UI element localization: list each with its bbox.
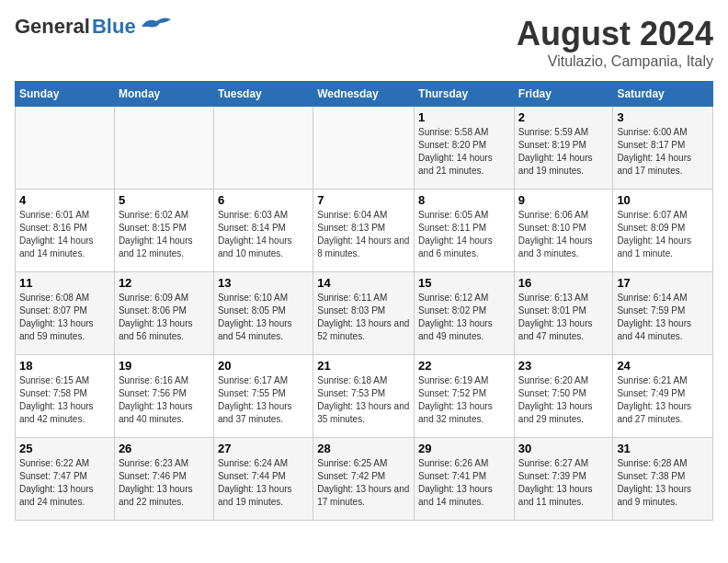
day-info: Sunrise: 6:07 AMSunset: 8:09 PMDaylight:… [617,210,691,259]
day-info: Sunrise: 6:22 AMSunset: 7:47 PMDaylight:… [19,458,94,507]
calendar-cell: 13 Sunrise: 6:10 AMSunset: 8:05 PMDaylig… [213,272,313,355]
calendar-week-row: 1 Sunrise: 5:58 AMSunset: 8:20 PMDayligh… [16,107,713,190]
day-info: Sunrise: 6:24 AMSunset: 7:44 PMDaylight:… [218,458,292,507]
calendar-cell: 12 Sunrise: 6:09 AMSunset: 8:06 PMDaylig… [114,272,213,355]
day-number: 14 [317,276,410,290]
calendar-cell: 21 Sunrise: 6:18 AMSunset: 7:53 PMDaylig… [313,355,415,438]
weekday-header-row: SundayMondayTuesdayWednesdayThursdayFrid… [16,82,713,107]
calendar-cell: 16 Sunrise: 6:13 AMSunset: 8:01 PMDaylig… [514,272,613,355]
day-info: Sunrise: 6:16 AMSunset: 7:56 PMDaylight:… [119,375,193,424]
day-info: Sunrise: 6:13 AMSunset: 8:01 PMDaylight:… [518,293,593,341]
day-info: Sunrise: 6:10 AMSunset: 8:05 PMDaylight:… [218,293,292,341]
calendar-cell [313,107,415,190]
day-number: 9 [518,193,609,207]
day-number: 21 [317,359,410,373]
day-info: Sunrise: 6:14 AMSunset: 7:59 PMDaylight:… [617,293,691,341]
day-number: 6 [218,193,309,207]
day-number: 29 [418,442,510,455]
day-number: 31 [617,442,709,455]
calendar-cell: 14 Sunrise: 6:11 AMSunset: 8:03 PMDaylig… [313,272,415,355]
day-info: Sunrise: 6:19 AMSunset: 7:52 PMDaylight:… [418,375,493,424]
day-number: 7 [317,193,410,207]
calendar-week-row: 18 Sunrise: 6:15 AMSunset: 7:58 PMDaylig… [16,355,713,438]
day-info: Sunrise: 6:12 AMSunset: 8:02 PMDaylight:… [418,293,493,341]
day-info: Sunrise: 6:05 AMSunset: 8:11 PMDaylight:… [418,210,493,259]
day-info: Sunrise: 6:26 AMSunset: 7:41 PMDaylight:… [418,458,493,507]
calendar-cell: 18 Sunrise: 6:15 AMSunset: 7:58 PMDaylig… [16,355,115,438]
day-number: 26 [119,442,210,455]
logo-bird-icon [140,14,173,32]
day-info: Sunrise: 6:17 AMSunset: 7:55 PMDaylight:… [218,375,292,424]
weekday-header: Wednesday [313,82,415,107]
calendar-cell: 23 Sunrise: 6:20 AMSunset: 7:50 PMDaylig… [514,355,613,438]
calendar-cell: 2 Sunrise: 5:59 AMSunset: 8:19 PMDayligh… [514,107,613,190]
weekday-header: Thursday [415,82,515,107]
day-number: 2 [518,110,609,124]
weekday-header: Sunday [16,82,115,107]
calendar-cell: 10 Sunrise: 6:07 AMSunset: 8:09 PMDaylig… [613,190,713,272]
logo-blue: Blue [92,15,136,39]
calendar-cell: 15 Sunrise: 6:12 AMSunset: 8:02 PMDaylig… [415,272,515,355]
logo-general: General [15,15,90,39]
day-info: Sunrise: 6:02 AMSunset: 8:15 PMDaylight:… [119,210,193,259]
calendar-cell [16,107,115,190]
calendar-cell [213,107,313,190]
calendar-cell: 4 Sunrise: 6:01 AMSunset: 8:16 PMDayligh… [16,190,115,272]
weekday-header: Saturday [613,82,713,107]
day-info: Sunrise: 6:11 AMSunset: 8:03 PMDaylight:… [317,293,409,341]
day-number: 30 [518,442,609,455]
calendar-cell: 22 Sunrise: 6:19 AMSunset: 7:52 PMDaylig… [415,355,515,438]
calendar-cell: 28 Sunrise: 6:25 AMSunset: 7:42 PMDaylig… [313,438,415,521]
calendar-cell: 25 Sunrise: 6:22 AMSunset: 7:47 PMDaylig… [16,438,115,521]
day-number: 22 [418,359,510,373]
day-number: 17 [617,276,709,290]
day-info: Sunrise: 6:21 AMSunset: 7:49 PMDaylight:… [617,375,691,424]
day-number: 25 [19,442,110,455]
day-number: 5 [119,193,210,207]
calendar-cell: 17 Sunrise: 6:14 AMSunset: 7:59 PMDaylig… [613,272,713,355]
month-title: August 2024 [517,15,713,53]
calendar-cell: 9 Sunrise: 6:06 AMSunset: 8:10 PMDayligh… [514,190,613,272]
day-number: 12 [119,276,210,290]
calendar-cell: 27 Sunrise: 6:24 AMSunset: 7:44 PMDaylig… [213,438,313,521]
calendar-cell: 11 Sunrise: 6:08 AMSunset: 8:07 PMDaylig… [16,272,115,355]
day-info: Sunrise: 6:27 AMSunset: 7:39 PMDaylight:… [518,458,593,507]
calendar-cell: 30 Sunrise: 6:27 AMSunset: 7:39 PMDaylig… [514,438,613,521]
calendar-cell: 29 Sunrise: 6:26 AMSunset: 7:41 PMDaylig… [415,438,515,521]
weekday-header: Monday [114,82,213,107]
day-number: 8 [418,193,510,207]
calendar-cell: 26 Sunrise: 6:23 AMSunset: 7:46 PMDaylig… [114,438,213,521]
day-info: Sunrise: 5:58 AMSunset: 8:20 PMDaylight:… [418,127,493,176]
location-title: Vitulazio, Campania, Italy [517,53,713,70]
calendar-cell: 3 Sunrise: 6:00 AMSunset: 8:17 PMDayligh… [613,107,713,190]
page-header: General Blue August 2024 Vitulazio, Camp… [15,15,713,70]
calendar-week-row: 25 Sunrise: 6:22 AMSunset: 7:47 PMDaylig… [16,438,713,521]
calendar-cell: 31 Sunrise: 6:28 AMSunset: 7:38 PMDaylig… [613,438,713,521]
logo: General Blue [15,15,173,39]
calendar-cell: 19 Sunrise: 6:16 AMSunset: 7:56 PMDaylig… [114,355,213,438]
day-number: 10 [617,193,709,207]
day-number: 3 [617,110,709,124]
calendar-cell: 20 Sunrise: 6:17 AMSunset: 7:55 PMDaylig… [213,355,313,438]
calendar-cell: 6 Sunrise: 6:03 AMSunset: 8:14 PMDayligh… [213,190,313,272]
day-info: Sunrise: 6:08 AMSunset: 8:07 PMDaylight:… [19,293,94,341]
weekday-header: Friday [514,82,613,107]
calendar-cell: 5 Sunrise: 6:02 AMSunset: 8:15 PMDayligh… [114,190,213,272]
weekday-header: Tuesday [213,82,313,107]
day-number: 4 [19,193,110,207]
title-section: August 2024 Vitulazio, Campania, Italy [517,15,713,70]
day-number: 20 [218,359,309,373]
day-info: Sunrise: 6:06 AMSunset: 8:10 PMDaylight:… [518,210,593,259]
calendar-cell: 1 Sunrise: 5:58 AMSunset: 8:20 PMDayligh… [415,107,515,190]
day-info: Sunrise: 6:23 AMSunset: 7:46 PMDaylight:… [119,458,193,507]
calendar-week-row: 4 Sunrise: 6:01 AMSunset: 8:16 PMDayligh… [16,190,713,272]
calendar-cell: 24 Sunrise: 6:21 AMSunset: 7:49 PMDaylig… [613,355,713,438]
day-info: Sunrise: 6:15 AMSunset: 7:58 PMDaylight:… [19,375,94,424]
calendar-week-row: 11 Sunrise: 6:08 AMSunset: 8:07 PMDaylig… [16,272,713,355]
calendar-cell: 7 Sunrise: 6:04 AMSunset: 8:13 PMDayligh… [313,190,415,272]
day-info: Sunrise: 6:20 AMSunset: 7:50 PMDaylight:… [518,375,593,424]
day-info: Sunrise: 6:25 AMSunset: 7:42 PMDaylight:… [317,458,409,507]
day-number: 19 [119,359,210,373]
calendar-table: SundayMondayTuesdayWednesdayThursdayFrid… [15,81,713,521]
calendar-cell [114,107,213,190]
